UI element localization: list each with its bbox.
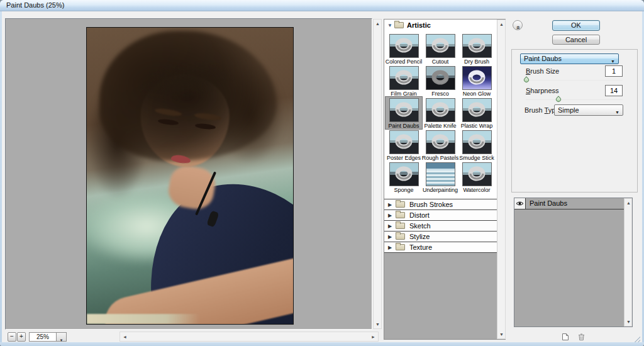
zoom-in-button[interactable]: + (17, 332, 26, 342)
sharpness-label: Sharpness (526, 87, 559, 94)
filter-thumbnail[interactable]: Cutout (422, 33, 458, 65)
filter-thumbnail-image (389, 130, 419, 154)
category-name: Artistic (407, 21, 431, 29)
hide-thumbnails-button[interactable]: » (513, 20, 523, 30)
zoom-out-button[interactable]: − (8, 332, 16, 342)
filter-thumbnail-label: Film Grain (391, 91, 417, 97)
filter-thumbnail-label: Palette Knife (424, 123, 456, 129)
scroll-up-icon[interactable]: ▲ (375, 21, 380, 26)
filter-thumbnail[interactable]: Rough Pastels (422, 129, 458, 161)
filter-thumbnail-label: Sponge (394, 187, 413, 193)
zoom-level-value[interactable]: 25% (29, 332, 57, 342)
new-effect-layer-button[interactable] (560, 332, 570, 342)
title-bar[interactable]: Paint Daubs (25%) (0, 0, 644, 11)
preview-panel (5, 18, 372, 330)
category-row[interactable]: ▶ Distort (384, 209, 505, 220)
cancel-button[interactable]: Cancel (552, 35, 600, 45)
category-row[interactable]: ▶ Stylize (384, 231, 505, 242)
preview-horizontal-scrollbar[interactable]: ◄ ► (119, 332, 379, 342)
category-row[interactable]: ▶ Texture (384, 242, 505, 252)
photo-bottom-strip (87, 314, 200, 324)
filter-thumbnail-image (426, 98, 455, 122)
preview-vertical-scrollbar[interactable]: ▲ ▼ (373, 19, 382, 329)
category-name: Texture (409, 243, 432, 251)
filter-thumbnail-label: Plastic Wrap (461, 123, 492, 129)
filter-thumbnail[interactable]: Dry Brush (458, 33, 495, 65)
window-title: Paint Daubs (25%) (6, 1, 64, 9)
scroll-up-icon[interactable]: ▲ (626, 201, 631, 205)
window-frame-left (0, 11, 2, 342)
expand-triangle-icon[interactable]: ▶ (388, 245, 392, 250)
expand-triangle-icon[interactable]: ▶ (388, 234, 392, 240)
category-row[interactable]: ▶ Sketch (384, 220, 505, 231)
filter-browser-panel: ▼ Artistic Colored Pencil (384, 19, 506, 340)
filter-thumbnail[interactable]: Sponge (386, 161, 422, 193)
filter-thumbnail-image (426, 34, 455, 58)
scroll-up-icon[interactable]: ▲ (499, 22, 504, 26)
filter-thumbnail-label: Fresco (431, 91, 449, 97)
filter-thumbnail-image (426, 162, 455, 186)
folder-icon (394, 22, 404, 28)
filter-thumbnail-label: Dry Brush (464, 59, 489, 65)
ok-button[interactable]: OK (552, 20, 600, 31)
window-frame-bottom (0, 342, 644, 346)
filter-thumbnail[interactable]: Palette Knife (422, 97, 458, 129)
new-layer-icon (560, 332, 570, 342)
scroll-right-icon[interactable]: ► (371, 335, 375, 339)
brush-size-slider[interactable] (526, 80, 623, 81)
preview-image[interactable] (86, 27, 294, 325)
filter-thumbnail-image (389, 34, 419, 58)
filter-select-dropdown[interactable]: Paint Daubs ▼ (520, 53, 619, 64)
filter-thumbnail[interactable]: Watercolor (458, 161, 495, 193)
scroll-down-icon[interactable]: ▼ (375, 322, 380, 326)
brush-size-value[interactable]: 1 (605, 65, 623, 77)
effect-layers-scrollbar[interactable]: ▲ ▼ (624, 198, 632, 326)
filter-thumbnail[interactable]: Fresco (422, 65, 458, 97)
filter-thumbnail-image (462, 162, 492, 186)
filter-thumbnail[interactable]: Colored Pencil (386, 33, 422, 65)
sharpness-slider[interactable] (526, 99, 623, 100)
scroll-left-icon[interactable]: ◄ (123, 335, 127, 339)
brush-type-value: Simple (558, 106, 579, 114)
zoom-level-dropdown-button[interactable]: ▼ (56, 332, 67, 342)
brush-type-dropdown[interactable]: Simple ▼ (554, 104, 623, 116)
filter-thumbnail-label: Neon Glow (463, 91, 491, 97)
filter-thumbnail-grid: Colored Pencil Cutout (386, 33, 496, 195)
collapse-triangle-icon[interactable]: ▼ (387, 23, 392, 28)
double-chevron-up-icon: » (514, 26, 521, 30)
category-row[interactable]: ▶ Brush Strokes (384, 199, 505, 209)
filter-thumbnail-label: Paint Daubs (388, 123, 419, 129)
filter-thumbnail-image (389, 98, 419, 122)
sharpness-value[interactable]: 14 (605, 85, 623, 96)
filter-thumbnail[interactable]: Plastic Wrap (458, 97, 495, 129)
category-name: Stylize (409, 233, 430, 240)
effect-layers-panel: Paint Daubs (514, 198, 633, 327)
category-header-artistic[interactable]: ▼ Artistic (384, 20, 505, 32)
scroll-down-icon[interactable]: ▼ (626, 320, 631, 324)
filter-thumbnail-image (462, 130, 492, 154)
category-name: Sketch (409, 222, 431, 230)
filter-thumbnail-label: Cutout (432, 59, 449, 65)
filter-thumbnail-image (389, 66, 419, 90)
expand-triangle-icon[interactable]: ▶ (388, 223, 392, 229)
scroll-down-icon[interactable]: ▼ (499, 332, 504, 337)
filter-thumbnail-label: Rough Pastels (422, 155, 459, 161)
filter-thumbnail[interactable]: Smudge Stick (458, 129, 495, 161)
filter-thumbnail-image (389, 162, 419, 186)
visibility-toggle[interactable] (514, 198, 526, 209)
filter-thumbnail-label: Underpainting (423, 187, 458, 193)
trash-icon (577, 332, 586, 342)
expand-triangle-icon[interactable]: ▶ (388, 213, 392, 218)
expand-triangle-icon[interactable]: ▶ (388, 202, 392, 208)
filter-thumbnail[interactable]: Neon Glow (458, 65, 495, 97)
filter-panel-scrollbar[interactable]: ▲ ▼ (497, 20, 506, 339)
filter-thumbnail-label: Smudge Stick (459, 155, 494, 161)
delete-effect-layer-button[interactable] (577, 332, 586, 342)
filter-thumbnail[interactable]: Poster Edges (386, 129, 422, 161)
filter-thumbnail[interactable]: Paint Daubs (386, 97, 422, 129)
filter-thumbnail-label: Colored Pencil (386, 59, 423, 65)
filter-thumbnail[interactable]: Underpainting (422, 161, 458, 193)
filter-thumbnail-image (462, 98, 492, 122)
effect-layer-row[interactable]: Paint Daubs (514, 198, 632, 209)
filter-thumbnail[interactable]: Film Grain (386, 65, 422, 97)
